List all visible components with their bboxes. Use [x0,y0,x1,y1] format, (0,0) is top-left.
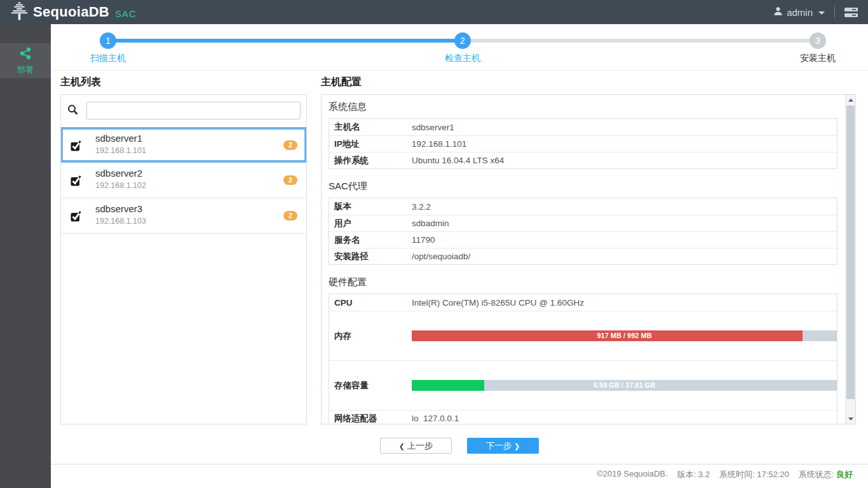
table-row: CPU Intel(R) Core(TM) i5-8265U CPU @ 1.6… [329,294,837,311]
section-title-agent: SAC代理 [329,180,837,193]
row-value: sdbadmin [412,219,837,228]
row-label: 存储容量 [329,380,412,391]
memory-usage-text: 917 MB / 992 MB [412,330,837,341]
footer-divider [51,464,868,464]
user-menu[interactable]: admin [773,6,825,18]
wizard-progress-line-done [108,39,463,43]
wizard-step-1-label: 扫描主机 [64,53,153,64]
row-value: Ubuntu 16.04.4 LTS x64 [412,156,837,165]
host-badge: 2 [283,175,297,185]
wizard-step-2-label: 检查主机 [418,53,507,64]
wizard-divider [51,70,868,71]
host-list-panel: sdbserver1 192.168.1.101 2 sdbserver2 19… [60,94,307,424]
table-row: 安装路径 /opt/sequoiadb/ [329,248,837,264]
topbar-divider [834,6,835,18]
storage-usage-bar: 6.59 GB / 37.81 GB [412,380,837,391]
footer: ©2019 SequoiaDB. 版本: 3.2 系统时间: 17:52:20 … [597,469,853,480]
host-item-sdbserver3[interactable]: sdbserver3 192.168.1.103 2 [61,198,306,234]
memory-usage-bar: 917 MB / 992 MB [412,330,837,341]
user-icon [773,6,783,18]
brand-name: SequoiaDB [33,4,109,20]
prev-step-button[interactable]: ❮ 上一步 [380,438,452,454]
sidebar: 部署 [0,24,51,488]
row-value: lo 127.0.0.1 [412,414,837,423]
host-item-sdbserver2[interactable]: sdbserver2 192.168.1.102 2 [61,163,306,198]
sequoia-tree-logo-icon [10,2,29,23]
section-title-hardware: 硬件配置 [329,276,837,288]
host-list-title: 主机列表 [60,76,101,89]
host-ip: 192.168.1.103 [95,217,146,226]
row-label: 操作系统 [329,155,412,166]
system-info-table: 主机名 sdbserver1 IP地址 192.168.1.101 操作系统 U… [329,118,837,169]
chevron-left-icon: ❮ [399,442,405,450]
row-value: sdbserver1 [412,123,837,132]
sidebar-item-label: 部署 [18,65,34,76]
row-label: IP地址 [329,139,412,150]
row-value: 3.2.2 [412,202,837,212]
product-name: SAC [115,5,137,19]
scroll-up-button[interactable] [846,95,855,105]
table-row: 版本 3.2.2 [329,198,837,215]
vertical-scrollbar[interactable] [845,95,855,424]
search-row [61,95,306,119]
row-label: 版本 [329,201,412,212]
row-value: Intel(R) Core(TM) i5-8265U CPU @ 1.60GHz [412,298,837,308]
host-name: sdbserver1 [95,133,142,144]
host-item-sdbserver1[interactable]: sdbserver1 192.168.1.101 2 [61,127,306,163]
section-title-system: 系统信息 [329,101,837,113]
system-status: 系统状态: 良好 [799,469,853,480]
host-badge: 2 [283,211,297,220]
host-config-panel: 系统信息 主机名 sdbserver1 IP地址 192.168.1.101 操… [321,94,856,424]
host-badge: 2 [283,140,297,150]
table-row: 用户 sdbadmin [329,215,837,231]
search-input[interactable] [86,102,301,119]
wizard-step-2-circle: 2 [454,32,471,49]
host-ip: 192.168.1.102 [95,181,146,190]
table-row: 操作系统 Ubuntu 16.04.4 LTS x64 [329,152,837,168]
checkbox-checked-icon[interactable] [69,139,82,154]
row-label: CPU [329,298,412,308]
row-label: 用户 [329,218,412,229]
host-ip: 192.168.1.101 [95,146,146,155]
row-label: 服务名 [329,234,412,246]
storage-usage-text: 6.59 GB / 37.81 GB [412,380,837,391]
storage-row: 存储容量 6.59 GB / 37.81 GB [329,360,837,410]
top-bar: SequoiaDB SAC admin [0,0,868,24]
table-row: 主机名 sdbserver1 [329,119,837,135]
table-row: 服务名 11790 [329,231,837,248]
copyright: ©2019 SequoiaDB. [597,469,668,480]
host-items: sdbserver1 192.168.1.101 2 sdbserver2 19… [61,127,306,234]
scroll-down-button[interactable] [846,414,855,424]
page: SequoiaDB SAC admin [0,0,868,488]
scroll-thumb[interactable] [846,105,855,399]
host-name: sdbserver2 [95,168,142,179]
row-label: 网络适配器 [329,413,412,424]
share-icon [18,46,32,63]
host-name: sdbserver3 [95,203,142,214]
checkbox-checked-icon[interactable] [69,173,82,189]
search-icon [67,104,78,118]
wizard-progress-line-pending [463,39,818,43]
username: admin [787,7,813,18]
server-list-menu-icon[interactable] [844,8,858,17]
row-label: 主机名 [329,121,412,133]
next-step-button[interactable]: 下一步 ❯ [467,438,539,454]
hardware-table: CPU Intel(R) Core(TM) i5-8265U CPU @ 1.6… [329,294,837,424]
version: 版本: 3.2 [677,469,710,480]
sidebar-item-deploy[interactable]: 部署 [0,43,51,78]
chevron-right-icon: ❯ [514,442,520,450]
memory-row: 内存 917 MB / 992 MB [329,311,837,360]
wizard-step-3-label: 安装主机 [773,53,862,64]
host-config-title: 主机配置 [321,76,362,89]
status-value: 良好 [836,470,853,479]
row-value: 192.168.1.101 [412,139,837,149]
row-label: 安装路径 [329,251,412,262]
row-label: 内存 [329,330,412,342]
checkbox-checked-icon[interactable] [69,209,82,225]
sac-agent-table: 版本 3.2.2 用户 sdbadmin 服务名 11790 安装路径 /opt… [329,198,837,265]
host-config-content: 系统信息 主机名 sdbserver1 IP地址 192.168.1.101 操… [322,95,845,424]
caret-down-icon [818,11,825,15]
wizard-step-3-circle: 3 [810,32,826,49]
table-row: IP地址 192.168.1.101 [329,135,837,152]
system-time: 系统时间: 17:52:20 [719,469,789,480]
